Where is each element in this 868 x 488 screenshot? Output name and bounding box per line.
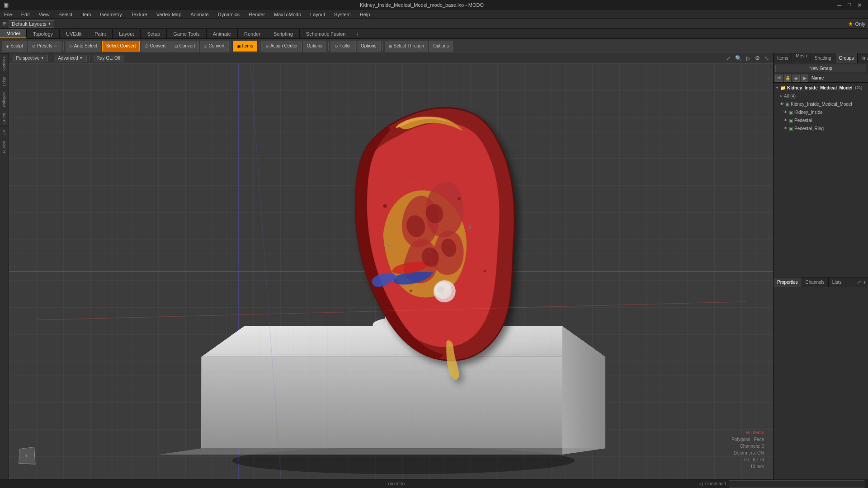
vp-zoom-icon[interactable]: 🔍	[734, 55, 743, 62]
tree-all-label: All (4)	[784, 94, 796, 99]
tree-mesh-pedestal: ▣	[789, 118, 793, 123]
advanced-arrow: ▼	[80, 56, 83, 60]
sidebar-curve[interactable]: Curve	[0, 110, 9, 127]
sidebar-polygon[interactable]: Polygon	[0, 89, 9, 110]
star-icon: ★	[848, 21, 853, 27]
vp-sep-2	[90, 55, 90, 61]
layout-dropdown[interactable]: Default Layouts ▼	[9, 20, 54, 28]
tab-paint[interactable]: Paint	[88, 29, 113, 38]
tree-item-kidney-inside[interactable]: 👁 ▣ Kidney_Inside	[774, 108, 868, 116]
tab-add-btn[interactable]: +	[352, 29, 363, 38]
menu-layout[interactable]: Layout	[309, 11, 326, 18]
menu-view[interactable]: View	[38, 11, 51, 18]
panel-vis-btn[interactable]: ◉	[793, 75, 800, 82]
vp-expand-icon[interactable]: ⤡	[763, 55, 770, 62]
prop-add-icon[interactable]: +	[863, 279, 866, 286]
convert3-btn[interactable]: ◇ Convert	[200, 41, 228, 52]
window-controls[interactable]: ─ □ ✕	[835, 2, 864, 9]
perspective-btn[interactable]: Perspective ▼	[12, 55, 48, 61]
close-btn[interactable]: ✕	[855, 2, 864, 9]
tree-arrow-all: ▶	[780, 94, 783, 98]
panel-eye-btn[interactable]: 👁	[775, 75, 783, 82]
tab-setup[interactable]: Setup	[141, 29, 167, 38]
tab-scripting[interactable]: Scripting	[267, 29, 300, 38]
select-convert-btn[interactable]: Select Convert	[102, 41, 140, 52]
options2-btn[interactable]: Options	[357, 41, 380, 52]
vp-fit-icon[interactable]: ⤢	[725, 55, 732, 62]
prop-tab-properties[interactable]: Properties	[774, 277, 802, 287]
menu-animate[interactable]: Animate	[189, 11, 210, 18]
tab-layout[interactable]: Layout	[113, 29, 141, 38]
panel-tab-shading[interactable]: Shading	[811, 53, 835, 63]
panel-tab-mesh[interactable]: Mesh ...	[792, 53, 811, 63]
falloff-btn[interactable]: ⊙ Falloff	[330, 41, 356, 52]
prop-tab-channels[interactable]: Channels	[802, 277, 829, 287]
maximize-btn[interactable]: □	[845, 2, 853, 9]
prop-expand-icon[interactable]: ⤢	[857, 279, 861, 285]
options3-btn[interactable]: Options	[429, 41, 453, 52]
select-through-btn[interactable]: ⊞ Select Through	[385, 41, 429, 52]
menu-system[interactable]: System	[333, 11, 352, 18]
tree-item-all[interactable]: ▶ All (4)	[774, 92, 868, 100]
status-center: (no info)	[94, 481, 699, 486]
tab-gametools[interactable]: Game Tools	[167, 29, 207, 38]
items-btn[interactable]: ▣ Items	[233, 41, 257, 52]
vp-sep-1	[51, 55, 51, 61]
raygl-btn[interactable]: Ray GL: Off	[93, 55, 125, 61]
menu-edit[interactable]: Edit	[20, 11, 31, 18]
advanced-btn[interactable]: Advanced ▼	[54, 55, 86, 61]
tab-topology[interactable]: Topology	[27, 29, 60, 38]
action-center-btn[interactable]: ⊕ Action Center	[261, 41, 302, 52]
tab-schematicfusion[interactable]: Schematic Fusion	[300, 29, 352, 38]
options1-btn[interactable]: Options	[303, 41, 326, 52]
panel-tab-groups[interactable]: Groups	[835, 53, 858, 63]
viewport-3d[interactable]: Y No Items Polygons : Face Channels: 0 D…	[9, 63, 773, 479]
panel-render-btn[interactable]: ▶	[801, 75, 808, 82]
status-arrow-left[interactable]: ◁	[699, 481, 703, 486]
panel-inner-toolbar: 👁 🔒 ◉ ▶ Name	[774, 74, 868, 83]
menu-dynamics[interactable]: Dynamics	[217, 11, 241, 18]
auto-select-btn[interactable]: ▷ Auto Select	[66, 41, 101, 52]
menu-vertexmap[interactable]: Vertex Map	[155, 11, 183, 18]
sculpt-btn[interactable]: ◈ Sculpt	[2, 41, 27, 52]
vp-settings-icon[interactable]: ⚙	[754, 55, 761, 62]
tree-item-kidney-model[interactable]: 👁 ▣ Kidney_Inside_Medical_Model	[774, 100, 868, 108]
menu-item[interactable]: Item	[80, 11, 92, 18]
menu-render[interactable]: Render	[247, 11, 266, 18]
panel-lock-btn[interactable]: 🔒	[784, 75, 791, 82]
menu-file[interactable]: File	[3, 11, 14, 18]
menu-help[interactable]: Help	[359, 11, 372, 18]
sidebar-uv[interactable]: UV	[0, 127, 9, 138]
menu-select[interactable]: Select	[57, 11, 74, 18]
sidebar-fusion[interactable]: Fusion	[0, 138, 9, 156]
tree-item-pedestal-ring[interactable]: 👁 ▣ Pedestal_Ring	[774, 124, 868, 132]
options1-label: Options	[307, 43, 322, 48]
vp-render-icon[interactable]: ▷	[745, 55, 752, 62]
panel-tab-items[interactable]: Items	[774, 53, 792, 63]
prop-tab-lists[interactable]: Lists	[829, 277, 846, 287]
menu-geometry[interactable]: Geometry	[99, 11, 123, 18]
menu-texture[interactable]: Texture	[130, 11, 149, 18]
sidebar-vertices[interactable]: Vertices	[0, 53, 9, 74]
command-input[interactable]	[729, 480, 864, 488]
tree-label-kidney-inside: Kidney_Inside	[794, 110, 823, 115]
tree-item-root[interactable]: ▼ 📁 Kidney_Inside_Medical_Model (21)	[774, 84, 868, 92]
presets-btn[interactable]: ⊙ Presets ✕	[28, 41, 61, 52]
tab-render[interactable]: Render	[238, 29, 267, 38]
tree-item-pedestal[interactable]: 👁 ▣ Pedestal	[774, 116, 868, 124]
tab-uvedit[interactable]: UVEdit	[60, 29, 88, 38]
panel-tab-images[interactable]: Images	[858, 53, 868, 63]
minimize-btn[interactable]: ─	[835, 2, 844, 9]
properties-panel: Properties Channels Lists ⤢ +	[774, 277, 868, 287]
channels-label: Channels: 0	[731, 443, 764, 450]
convert2-btn[interactable]: ◻ Convert	[170, 41, 199, 52]
tree-mesh-kidney-inside: ▣	[789, 110, 793, 115]
panel-name-header: Name	[810, 75, 826, 80]
convert1-btn[interactable]: ⬡ Convert	[141, 41, 170, 52]
sidebar-edges[interactable]: Edge	[0, 74, 9, 89]
menu-maxtomodo[interactable]: MaxToModo	[273, 11, 302, 18]
tab-animate[interactable]: Animate	[207, 29, 238, 38]
cube-face: Y	[19, 447, 35, 465]
tab-model[interactable]: Model	[0, 29, 27, 38]
new-group-btn[interactable]: New Group	[775, 65, 866, 72]
